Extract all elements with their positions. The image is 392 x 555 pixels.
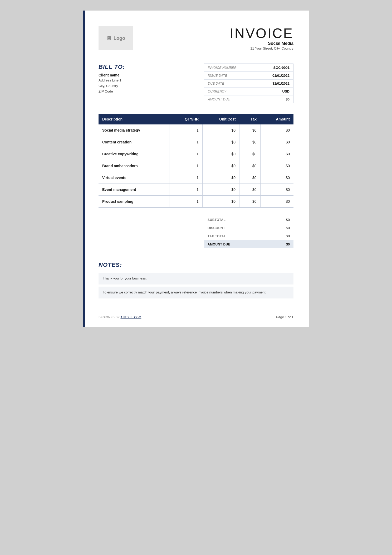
table-row: Virtual events 1 $0 $0 $0 <box>99 172 293 184</box>
row-qty: 1 <box>169 196 202 208</box>
antbill-link[interactable]: ANTBILL.COM <box>120 316 141 319</box>
bill-to-title: BILL TO: <box>99 64 204 70</box>
address-line2: City, Country <box>99 83 204 89</box>
tax-total-label: TAX TOTAL <box>204 232 269 240</box>
row-unit-cost: $0 <box>202 172 239 184</box>
row-unit-cost: $0 <box>202 196 239 208</box>
col-amount: Amount <box>260 114 293 124</box>
address-line1: Address Line 1 <box>99 78 204 83</box>
row-description: Virtual events <box>99 172 169 184</box>
row-amount: $0 <box>260 148 293 160</box>
col-tax: Tax <box>239 114 261 124</box>
row-amount: $0 <box>260 160 293 172</box>
row-description: Content creation <box>99 136 169 148</box>
row-tax: $0 <box>239 124 261 136</box>
header-right: INVOICE Social Media 11 Your Street, Cit… <box>230 26 293 50</box>
notes-title: NOTES: <box>99 262 293 268</box>
row-description: Event management <box>99 184 169 196</box>
notes-items: Thank you for your business.To ensure we… <box>99 273 293 298</box>
left-accent-bar <box>83 11 85 327</box>
row-qty: 1 <box>169 160 202 172</box>
tax-total-row: TAX TOTAL $0 <box>204 232 293 240</box>
discount-row: DISCOUNT $0 <box>204 224 293 232</box>
row-tax: $0 <box>239 172 261 184</box>
logo-box: 🖥 Logo <box>99 26 133 50</box>
invoice-detail-label: AMOUNT DUE <box>204 95 257 103</box>
row-amount: $0 <box>260 196 293 208</box>
row-unit-cost: $0 <box>202 124 239 136</box>
table-body: Social media strategy 1 $0 $0 $0 Content… <box>99 124 293 207</box>
row-amount: $0 <box>260 136 293 148</box>
company-name: Social Media <box>230 41 293 46</box>
notes-section: NOTES: Thank you for your business.To en… <box>99 262 293 298</box>
note-item: Thank you for your business. <box>99 273 293 284</box>
amount-due-value: $0 <box>269 240 293 248</box>
invoice-detail-value: $0 <box>257 95 293 103</box>
totals-section: SUBTOTAL $0 DISCOUNT $0 TAX TOTAL $0 AMO… <box>99 216 293 248</box>
row-amount: $0 <box>260 184 293 196</box>
row-tax: $0 <box>239 160 261 172</box>
table-header: Description QTY/HR Unit Cost Tax Amount <box>99 114 293 124</box>
row-tax: $0 <box>239 184 261 196</box>
row-description: Brand ambassadors <box>99 160 169 172</box>
invoice-detail-value: USD <box>257 88 293 95</box>
col-unit-cost: Unit Cost <box>202 114 239 124</box>
invoice-detail-label: DUE DATE <box>204 80 257 88</box>
table-row: Social media strategy 1 $0 $0 $0 <box>99 124 293 136</box>
footer-left: DESIGNED BY ANTBILL.COM <box>99 316 141 319</box>
header: 🖥 Logo INVOICE Social Media 11 Your Stre… <box>99 26 293 50</box>
amount-due-row: AMOUNT DUE $0 <box>204 240 293 248</box>
bill-to: BILL TO: Client name Address Line 1 City… <box>99 64 204 94</box>
note-item: To ensure we correctly match your paymen… <box>99 287 293 298</box>
totals-table: SUBTOTAL $0 DISCOUNT $0 TAX TOTAL $0 AMO… <box>204 216 293 248</box>
subtotal-label: SUBTOTAL <box>204 216 269 224</box>
subtotal-value: $0 <box>269 216 293 224</box>
row-unit-cost: $0 <box>202 148 239 160</box>
row-description: Creative copywriting <box>99 148 169 160</box>
logo-icon: 🖥 <box>106 35 111 41</box>
tax-total-value: $0 <box>269 232 293 240</box>
col-qty: QTY/HR <box>169 114 202 124</box>
invoice-page: 🖥 Logo INVOICE Social Media 11 Your Stre… <box>83 11 309 327</box>
row-qty: 1 <box>169 184 202 196</box>
line-items-table: Description QTY/HR Unit Cost Tax Amount … <box>99 114 293 208</box>
row-qty: 1 <box>169 148 202 160</box>
row-tax: $0 <box>239 148 261 160</box>
invoice-detail-row: DUE DATE 31/01/2022 <box>204 80 293 88</box>
invoice-detail-label: ISSUE DATE <box>204 72 257 80</box>
totals-inner-table: SUBTOTAL $0 DISCOUNT $0 TAX TOTAL $0 AMO… <box>204 216 293 248</box>
client-name: Client name <box>99 73 204 77</box>
row-qty: 1 <box>169 136 202 148</box>
row-tax: $0 <box>239 196 261 208</box>
table-row: Creative copywriting 1 $0 $0 $0 <box>99 148 293 160</box>
bill-section: BILL TO: Client name Address Line 1 City… <box>99 64 293 103</box>
subtotal-row: SUBTOTAL $0 <box>204 216 293 224</box>
row-qty: 1 <box>169 124 202 136</box>
invoice-detail-label: CURRENCY <box>204 88 257 95</box>
page-info: Page 1 of 1 <box>276 315 294 319</box>
logo-text: Logo <box>114 36 125 41</box>
invoice-detail-row: INVOICE NUMBER SOC-0001 <box>204 64 293 72</box>
discount-value: $0 <box>269 224 293 232</box>
row-description: Social media strategy <box>99 124 169 136</box>
invoice-detail-value: 01/01/2022 <box>257 72 293 80</box>
invoice-detail-label: INVOICE NUMBER <box>204 64 257 72</box>
invoice-detail-row: ISSUE DATE 01/01/2022 <box>204 72 293 80</box>
row-amount: $0 <box>260 124 293 136</box>
col-description: Description <box>99 114 169 124</box>
invoice-detail-value: SOC-0001 <box>257 64 293 72</box>
address-line3: ZIP Code <box>99 89 204 94</box>
invoice-title: INVOICE <box>230 26 293 40</box>
invoice-detail-row: AMOUNT DUE $0 <box>204 95 293 103</box>
table-row: Product sampling 1 $0 $0 $0 <box>99 196 293 208</box>
row-description: Product sampling <box>99 196 169 208</box>
footer: DESIGNED BY ANTBILL.COM Page 1 of 1 <box>99 312 293 319</box>
invoice-detail-row: CURRENCY USD <box>204 88 293 95</box>
table-row: Event management 1 $0 $0 $0 <box>99 184 293 196</box>
table-row: Content creation 1 $0 $0 $0 <box>99 136 293 148</box>
designed-by-text: DESIGNED BY <box>99 316 120 319</box>
row-qty: 1 <box>169 172 202 184</box>
table-header-row: Description QTY/HR Unit Cost Tax Amount <box>99 114 293 124</box>
company-address: 11 Your Street, City, Country <box>230 46 293 50</box>
row-unit-cost: $0 <box>202 184 239 196</box>
